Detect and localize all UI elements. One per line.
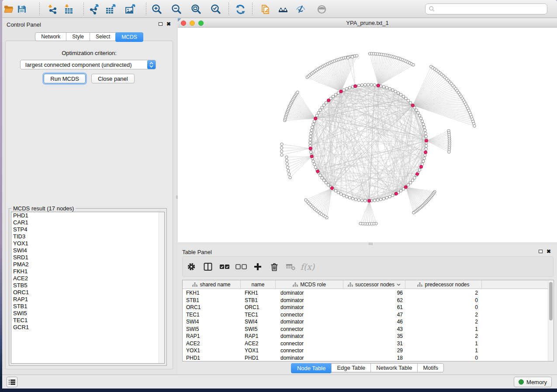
table-row-PHD1[interactable]: PHD1PHD1dominator180 (183, 354, 548, 361)
table-row-FKH1[interactable]: FKH1FKH1dominator962 (183, 289, 548, 297)
float-panel-icon[interactable] (159, 22, 163, 26)
horizontal-splitter[interactable] (178, 242, 557, 245)
cell[interactable]: FKH1 (183, 289, 241, 297)
tab-select[interactable]: Select (90, 33, 116, 41)
cell[interactable]: 18 (343, 354, 405, 361)
zoom-out-icon[interactable] (169, 2, 183, 17)
scrollbar-thumb[interactable] (549, 282, 553, 320)
mcds-result-item[interactable]: RAP1 (11, 296, 164, 303)
column-header-name[interactable]: name (241, 280, 276, 289)
cell[interactable]: connector (276, 347, 343, 354)
cell[interactable]: dominator (276, 297, 343, 304)
mcds-result-item[interactable]: SRD1 (11, 254, 164, 261)
tab-motifs[interactable]: Motifs (417, 364, 443, 372)
cell[interactable]: PHD1 (241, 354, 276, 361)
refresh-icon[interactable] (233, 2, 248, 17)
cell[interactable]: ORC1 (241, 304, 276, 311)
cell[interactable]: YOX1 (241, 347, 276, 354)
import-table-icon[interactable] (61, 2, 76, 17)
cell[interactable]: 2 (405, 318, 482, 326)
mcds-result-item[interactable]: STB5 (11, 282, 164, 289)
table-scrollbar[interactable] (548, 280, 554, 361)
cell[interactable]: 47 (343, 311, 405, 319)
minimize-window-icon[interactable] (190, 21, 195, 26)
cell[interactable]: 35 (343, 333, 405, 340)
cell[interactable]: 1 (405, 326, 482, 333)
mcds-result-item[interactable]: CAR1 (11, 219, 164, 226)
export-table-icon[interactable] (103, 2, 118, 17)
mcds-result-item[interactable]: STP4 (11, 226, 164, 233)
cell[interactable]: RAP1 (183, 333, 241, 340)
cell[interactable]: PHD1 (183, 354, 241, 361)
cell[interactable]: ORC1 (183, 304, 241, 311)
float-panel-icon[interactable] (539, 250, 543, 253)
cell[interactable]: YOX1 (183, 347, 241, 354)
tab-mcds[interactable]: MCDS (115, 32, 143, 42)
network-view[interactable] (178, 28, 557, 242)
cell[interactable]: STB1 (241, 297, 276, 304)
cell[interactable]: connector (276, 340, 343, 347)
cell[interactable]: SWI4 (183, 318, 241, 326)
mcds-result-item[interactable]: TEC1 (11, 317, 164, 324)
mcds-result-item[interactable]: TID3 (11, 233, 164, 240)
cell[interactable]: STB1 (183, 297, 241, 304)
cell[interactable]: 29 (343, 347, 405, 354)
cell[interactable]: 0 (405, 297, 482, 304)
cell[interactable]: TEC1 (241, 311, 276, 319)
zoom-in-icon[interactable] (149, 2, 164, 17)
clone-network-icon[interactable] (258, 2, 273, 17)
cell[interactable]: ACE2 (241, 340, 276, 347)
import-network-icon[interactable] (45, 2, 60, 17)
split-panel-icon[interactable] (200, 262, 216, 271)
cell[interactable]: 31 (343, 340, 405, 347)
delete-column-icon[interactable] (266, 262, 283, 271)
hide-all-columns-icon[interactable] (233, 262, 249, 271)
cell[interactable]: RAP1 (241, 333, 276, 340)
mcds-result-item[interactable]: PMA2 (11, 261, 164, 268)
export-image-icon[interactable] (123, 2, 138, 17)
zoom-selected-icon[interactable] (208, 2, 223, 17)
cell[interactable]: 1 (405, 340, 482, 347)
task-history-button[interactable] (7, 377, 17, 387)
mcds-result-item[interactable]: STB1 (11, 303, 164, 310)
settings-gear-icon[interactable] (183, 262, 200, 271)
tab-network[interactable]: Network (35, 33, 66, 41)
tab-node-table[interactable]: Node Table (291, 363, 332, 373)
cell[interactable]: dominator (276, 354, 343, 361)
column-header-shared-name[interactable]: shared name (183, 280, 241, 289)
optimization-dropdown[interactable]: largest connected component (undirected) (20, 60, 156, 69)
mcds-result-item[interactable]: SWI5 (11, 310, 164, 317)
table-row-STB1[interactable]: STB1STB1dominator620 (183, 297, 548, 304)
run-mcds-button[interactable]: Run MCDS (44, 74, 86, 83)
show-hidden-icon[interactable] (314, 2, 329, 17)
cell[interactable]: 2 (405, 289, 482, 297)
cell[interactable]: ACE2 (183, 340, 241, 347)
table-row-SWI4[interactable]: SWI4SWI4dominator462 (183, 318, 548, 326)
cell[interactable]: dominator (276, 333, 343, 340)
maximize-window-icon[interactable] (198, 21, 204, 26)
network-window-titlebar[interactable]: YPA_prune.txt_1 (178, 19, 557, 28)
cell[interactable]: 0 (405, 354, 482, 361)
cell[interactable]: 46 (343, 318, 405, 326)
cell[interactable]: 0 (405, 304, 482, 311)
save-icon[interactable] (14, 2, 29, 17)
mcds-result-item[interactable]: ACE2 (11, 275, 164, 282)
memory-button[interactable]: Memory (514, 377, 552, 387)
table-row-SWI5[interactable]: SWI5SWI5connector431 (183, 326, 548, 333)
close-window-icon[interactable] (181, 21, 186, 26)
cell[interactable]: TEC1 (183, 311, 241, 319)
mcds-result-item[interactable]: PHD1 (11, 212, 164, 219)
zoom-fit-icon[interactable] (188, 2, 203, 17)
search-objects-icon[interactable] (276, 2, 291, 17)
close-panel-button[interactable]: Close panel (91, 74, 135, 83)
mcds-result-item[interactable]: YOX1 (11, 240, 164, 247)
table-row-ACE2[interactable]: ACE2ACE2connector311 (183, 340, 548, 347)
cell[interactable]: 2 (405, 333, 482, 340)
show-all-columns-icon[interactable] (216, 262, 233, 271)
tab-edge-table[interactable]: Edge Table (331, 364, 370, 372)
add-column-icon[interactable] (249, 262, 266, 271)
cell[interactable]: 2 (405, 311, 482, 319)
cell[interactable]: dominator (276, 289, 343, 297)
cell[interactable]: 1 (405, 347, 482, 354)
splitter-grip[interactable] (369, 243, 373, 245)
